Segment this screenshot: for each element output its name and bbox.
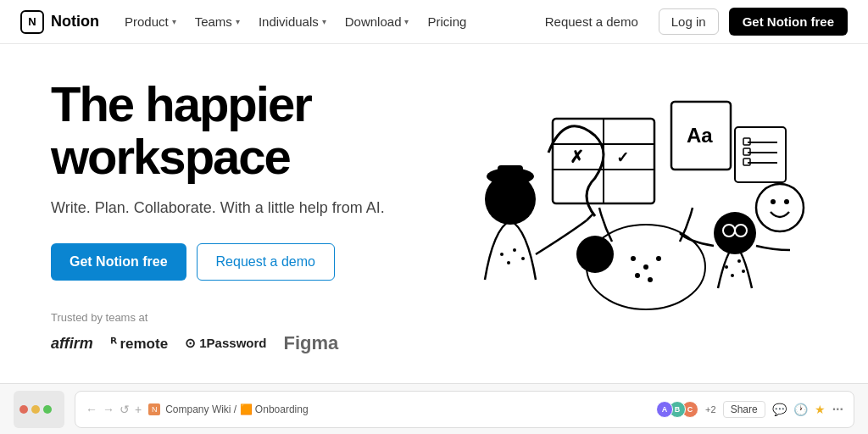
svg-point-15 [756,184,804,231]
nav-individuals[interactable]: Individuals ▾ [250,9,335,34]
close-dot [19,405,28,414]
share-button[interactable]: Share [723,401,765,418]
svg-point-17 [784,199,789,204]
1password-logo: ⊙ 1Password [185,336,266,351]
hero-subtitle: Write. Plan. Collaborate. With a little … [51,197,407,220]
nav-pricing[interactable]: Pricing [419,9,475,34]
page-breadcrumb: Company Wiki / 🟧 Onboarding [165,403,308,415]
navbar: N Notion Product ▾ Teams ▾ Individuals ▾… [0,0,868,44]
svg-point-24 [521,257,525,260]
get-notion-free-nav-button[interactable]: Get Notion free [729,8,848,36]
back-icon[interactable]: ← [86,403,97,416]
chevron-down-icon: ▾ [404,17,409,26]
plus-icon[interactable]: + [135,403,142,416]
svg-point-23 [513,248,516,252]
svg-point-37 [725,265,728,269]
svg-point-38 [737,259,741,263]
notion-logo-text: Notion [51,13,99,31]
avatar-1: A [656,401,673,418]
svg-point-28 [631,256,636,261]
get-notion-free-hero-button[interactable]: Get Notion free [51,243,186,281]
browser-actions: A B C +2 Share 💬 🕐 ★ ··· [660,401,843,418]
figma-logo: Figma [283,332,338,354]
clock-icon: 🕐 [793,403,808,416]
svg-text:Aa: Aa [687,124,713,147]
hero-section: The happier workspace Write. Plan. Colla… [0,44,868,383]
comment-icon[interactable]: 💬 [772,403,787,416]
svg-rect-8 [735,127,786,182]
request-demo-nav-button[interactable]: Request a demo [535,9,648,34]
request-demo-hero-button[interactable]: Request a demo [197,243,335,281]
navbar-actions: Request a demo Log in Get Notion free [535,8,848,36]
hero-illustration-svg: ✗ ✓ Aa [417,85,807,356]
hero-cta-buttons: Get Notion free Request a demo [51,243,407,281]
browser-preview: ← → ↺ + N Company Wiki / 🟧 Onboarding A … [75,391,854,428]
site-favicon: N [148,403,160,415]
login-button[interactable]: Log in [659,8,719,35]
hero-content: The happier workspace Write. Plan. Colla… [51,75,407,366]
trusted-logos: affirm ᴿ remote ⊙ 1Password Figma [51,332,407,354]
svg-point-29 [643,264,648,270]
svg-point-31 [635,273,640,278]
svg-point-39 [731,274,734,277]
hero-illustration: ✗ ✓ Aa [407,75,817,366]
svg-text:✗: ✗ [570,147,584,166]
affirm-logo: affirm [51,335,93,353]
bottom-preview-bar: ← → ↺ + N Company Wiki / 🟧 Onboarding A … [0,383,868,434]
svg-point-30 [656,256,661,261]
browser-navigation: ← → ↺ + [86,403,142,416]
svg-rect-20 [498,165,523,181]
more-options-icon[interactable]: ··· [832,402,843,417]
star-icon[interactable]: ★ [815,403,826,416]
nav-teams[interactable]: Teams ▾ [186,9,248,34]
svg-point-22 [500,253,504,256]
notion-logo[interactable]: N Notion [20,10,99,34]
nav-product[interactable]: Product ▾ [116,9,185,34]
main-nav: Product ▾ Teams ▾ Individuals ▾ Download… [116,9,535,34]
notion-logo-icon: N [20,10,44,34]
svg-point-32 [648,277,653,282]
svg-point-27 [576,236,614,273]
trusted-section: Trusted by teams at affirm ᴿ remote ⊙ 1P… [51,311,407,354]
thumbnail-preview [14,391,64,428]
chevron-down-icon: ▾ [322,17,326,26]
window-dots [19,405,52,414]
minimize-dot [31,405,40,414]
svg-point-16 [771,199,776,204]
forward-icon[interactable]: → [103,403,114,416]
browser-url-bar: N Company Wiki / 🟧 Onboarding [148,403,654,415]
nav-download[interactable]: Download ▾ [337,9,418,34]
remote-logo: ᴿ remote [110,335,168,353]
refresh-icon[interactable]: ↺ [120,403,130,416]
svg-point-40 [742,270,745,273]
plus-count-badge: +2 [705,404,716,415]
svg-point-25 [507,261,510,264]
expand-dot [43,405,52,414]
chevron-down-icon: ▾ [172,17,176,26]
svg-text:✓: ✓ [616,149,629,166]
hero-title: The happier workspace [51,78,407,183]
trusted-label: Trusted by teams at [51,311,407,324]
chevron-down-icon: ▾ [236,17,240,26]
collaborator-avatars: A B C [660,401,698,418]
